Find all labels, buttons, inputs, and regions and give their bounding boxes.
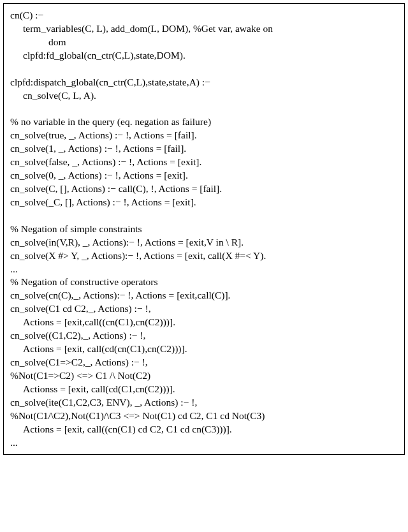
- code-line: cn_solve(_C, [], Actions) :− !, Actions …: [10, 196, 398, 209]
- code-line: Actions = [exit, call(cd(cn(C1),cn(C2)))…: [10, 343, 398, 356]
- code-line: ...: [10, 436, 398, 450]
- code-line: term_variables(C, L), add_dom(L, DOM), %…: [10, 22, 398, 36]
- code-line: Actions = [exit,call((cn(C1),cn(C2)))].: [10, 316, 398, 329]
- code-line: cn_solve(false, _, Actions) :− !, Action…: [10, 156, 398, 169]
- code-line: cn_solve(X #> Y, _, Actions):− !, Action…: [10, 249, 398, 263]
- code-line: cn_solve((C1,C2),_, Actions) :− !,: [10, 329, 398, 343]
- code-line: % Negation of constructive operators: [10, 276, 398, 289]
- code-line: Actions = [exit, call((cn(C1) cd C2, C1 …: [10, 423, 398, 436]
- code-line: ...: [10, 263, 398, 276]
- code-listing: cn(C) :−term_variables(C, L), add_dom(L,…: [3, 3, 405, 455]
- code-line: dom: [10, 36, 398, 49]
- code-line: cn(C) :−: [10, 9, 398, 22]
- code-line: Actionss = [exit, call(cd(C1,cn(C2)))].: [10, 383, 398, 396]
- code-line: cn_solve(C1 cd C2,_, Actions) :− !,: [10, 302, 398, 316]
- code-line: % Negation of simple constraints: [10, 223, 398, 236]
- code-line: cn_solve(1, _, Actions) :− !, Actions = …: [10, 142, 398, 156]
- code-line: cn_solve(cn(C),_, Actions):− !, Actions …: [10, 289, 398, 302]
- code-line: clpfd:fd_global(cn_ctr(C,L),state,DOM).: [10, 49, 398, 63]
- code-line: clpfd:dispatch_global(cn_ctr(C,L),state,…: [10, 76, 398, 89]
- code-line: %Not(C1=>C2) <=> C1 /\ Not(C2): [10, 369, 398, 383]
- code-line: [10, 102, 398, 115]
- code-line: cn_solve(in(V,R), _, Actions):− !, Actio…: [10, 236, 398, 249]
- code-line: cn_solve(ite(C1,C2,C3, ENV), _, Actions)…: [10, 396, 398, 410]
- code-line: cn_solve(C, [], Actions) :− call(C), !, …: [10, 182, 398, 196]
- code-line: cn_solve(C, L, A).: [10, 89, 398, 103]
- code-line: [10, 209, 398, 223]
- code-line: [10, 63, 398, 76]
- code-line: cn_solve(true, _, Actions) :− !, Actions…: [10, 129, 398, 142]
- code-line: cn_solve(C1=>C2,_, Actions) :− !,: [10, 356, 398, 369]
- code-line: %Not(C1/\C2),Not(C1)/\C3 <=> Not(C1) cd …: [10, 410, 398, 423]
- code-line: % no variable in the query (eq. negation…: [10, 115, 398, 129]
- code-line: cn_solve(0, _, Actions) :− !, Actions = …: [10, 169, 398, 182]
